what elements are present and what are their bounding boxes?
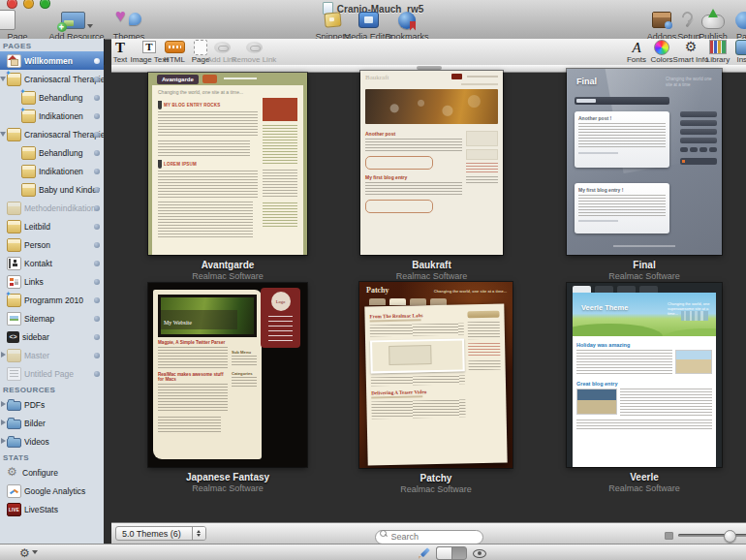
sidebar-item-willkommen[interactable]: Willkommen [0, 51, 104, 70]
sidebar-item-sitemap[interactable]: Sitemap [0, 309, 104, 327]
page-cube-sparkle-icon [7, 294, 21, 307]
scrollbar-handle[interactable] [417, 66, 442, 70]
sidebar-item-master[interactable]: Master [0, 346, 104, 364]
thumbnail-size-slider[interactable] [665, 530, 746, 542]
sidebar-item-craniosacral-therapie-2[interactable]: Craniosacral Therapie [0, 125, 104, 143]
analytics-chart-icon [7, 484, 21, 498]
theme-tagline: Changing the world one site at a time [666, 77, 714, 88]
page-globe-icon [735, 12, 746, 29]
folder-icon [7, 401, 21, 411]
dropdown-arrow-icon [32, 550, 38, 554]
theme-name: Avantgarde [148, 260, 307, 270]
pages-section-header: PAGES [0, 39, 104, 51]
sidebar-item-indikationen-1[interactable]: Indikationen [0, 107, 104, 125]
sidebar-item-livestats[interactable]: LIVE LiveStats [0, 500, 104, 518]
sidebar-item-configure[interactable]: Configure [0, 463, 104, 482]
theme-author: Realmac Software [359, 484, 513, 494]
theme-thumbnail-japanese-fantasy[interactable]: My Website Magpie, A Simple Twitter Pars… [148, 283, 307, 467]
sidebar-item-person[interactable]: Person [0, 235, 104, 254]
themes-browser: Avantgarde Changing the world, one site … [104, 65, 746, 544]
disclosure-triangle[interactable] [1, 401, 6, 407]
edit-preview-toggle[interactable] [436, 546, 467, 560]
sitemap-page-icon [7, 312, 21, 326]
page-cube-icon [21, 165, 36, 178]
home-icon [7, 54, 21, 68]
theme-thumbnail-baukraft[interactable]: Baukraft Another post My first blog entr… [360, 71, 503, 255]
stepper-arrows-icon[interactable] [192, 527, 205, 540]
format-remove-link-button[interactable]: Remove Link [228, 40, 280, 64]
edit-pencil-icon[interactable] [419, 547, 430, 559]
links-grid-icon [7, 275, 21, 289]
theme-tagline: Changing the world, one site at a time..… [434, 289, 507, 294]
status-dot [94, 77, 100, 82]
sidebar-item-indikationen-2[interactable]: Indikationen [0, 162, 104, 180]
pages-sidebar: PAGES Willkommen Craniosacral Therapie B… [0, 39, 105, 544]
status-dot [94, 205, 100, 211]
sidebar-item-behandlung-1[interactable]: Behandlung [0, 88, 104, 107]
theme-thumbnail-veerle[interactable]: Veerle Theme Changing the world, one sup… [567, 283, 722, 467]
sidebar-item-behandlung-2[interactable]: Behandlung [0, 143, 104, 162]
status-dot [94, 169, 100, 174]
status-dot [94, 150, 100, 156]
sidebar-item-leitbild[interactable]: Leitbild [0, 217, 104, 235]
gear-icon [19, 544, 30, 560]
toolbar-bookmarks-button[interactable]: Bookmarks [376, 10, 438, 42]
sidebar-item-google-analytics[interactable]: Google Analytics [0, 482, 104, 500]
status-dot [94, 334, 100, 340]
disclosure-triangle[interactable] [1, 438, 6, 444]
stats-section-header: STATS [0, 451, 104, 463]
action-menu-button[interactable] [19, 544, 38, 560]
text-icon: T [115, 41, 125, 54]
status-dot [94, 353, 100, 358]
page-cube-icon [7, 238, 21, 252]
contact-card-icon [7, 257, 21, 270]
sidebar-item-baby-und-kinder[interactable]: Baby und Kinder [0, 180, 104, 199]
theme-thumbnail-final[interactable]: Final Changing the world one site at a t… [567, 69, 722, 255]
sidebar-item-programm-2010[interactable]: Programm 2010 [0, 291, 104, 309]
html-code-icon [7, 331, 19, 343]
slider-knob[interactable] [724, 530, 736, 543]
inspector-icon [735, 40, 746, 55]
sidebar-item-sidebar[interactable]: sidebar [0, 327, 104, 346]
sidebar-item-bilder[interactable]: Bilder [0, 414, 104, 432]
page-cube-sparkle-icon [21, 109, 36, 123]
disclosure-triangle[interactable] [1, 420, 6, 425]
theme-site-title: Baukraft [365, 74, 389, 81]
themes-bottom-bar: 5.0 Themes (6) [111, 522, 746, 544]
photo [675, 350, 712, 374]
toolbar-page-right-button[interactable]: Pag [713, 10, 746, 42]
theme-author: Realmac Software [567, 271, 722, 281]
sidebar-item-craniosacral-therapie-1[interactable]: Craniosacral Therapie [0, 70, 104, 88]
sidebar-item-links[interactable]: Links [0, 272, 104, 291]
search-input[interactable] [375, 530, 483, 544]
theme-version-popup[interactable]: 5.0 Themes (6) [115, 526, 206, 541]
status-dot [94, 297, 100, 303]
theme-site-title: Avantgarde [157, 75, 199, 84]
toolbar-themes-button[interactable]: Themes [98, 10, 160, 42]
sidebar-item-videos[interactable]: Videos [0, 432, 104, 451]
sidebar-item-untitled-page[interactable]: Untitled Page [0, 364, 104, 383]
toolbar-page-button[interactable]: Page [0, 10, 48, 42]
sidebar-item-methodenindikation[interactable]: Methodenindikation [0, 199, 104, 217]
small-size-icon [665, 532, 673, 540]
disclosure-triangle[interactable] [0, 132, 6, 140]
globe-bookmark-icon [398, 12, 416, 29]
theme-name: Veerle [567, 472, 722, 482]
theme-thumbnail-patchy[interactable]: Patchy Changing the world, one site at a… [359, 282, 513, 468]
theme-tagline: Changing the world, one superawesome sit… [668, 301, 712, 317]
page-cube-icon [7, 220, 21, 233]
page-cube-icon [21, 183, 36, 197]
theme-thumbnail-avantgarde[interactable]: Avantgarde Changing the world, one site … [148, 73, 307, 255]
logo-panel: Logo [261, 288, 300, 348]
format-bar: T Text T Image Text HTML Page Add Link R… [111, 39, 746, 66]
disclosure-triangle[interactable] [1, 352, 6, 358]
preview-eye-icon[interactable] [473, 549, 486, 558]
livestats-badge-icon: LIVE [7, 503, 21, 516]
sidebar-item-pdfs[interactable]: PDFs [0, 395, 104, 414]
sidebar-item-kontakt[interactable]: Kontakt [0, 254, 104, 272]
theme-tagline: Changing the world, one site at a time..… [152, 85, 303, 98]
disclosure-triangle[interactable] [0, 77, 6, 84]
add-resource-icon [61, 12, 85, 29]
color-wheel-icon [654, 40, 669, 55]
format-inspector-button[interactable]: Insp [722, 40, 746, 64]
